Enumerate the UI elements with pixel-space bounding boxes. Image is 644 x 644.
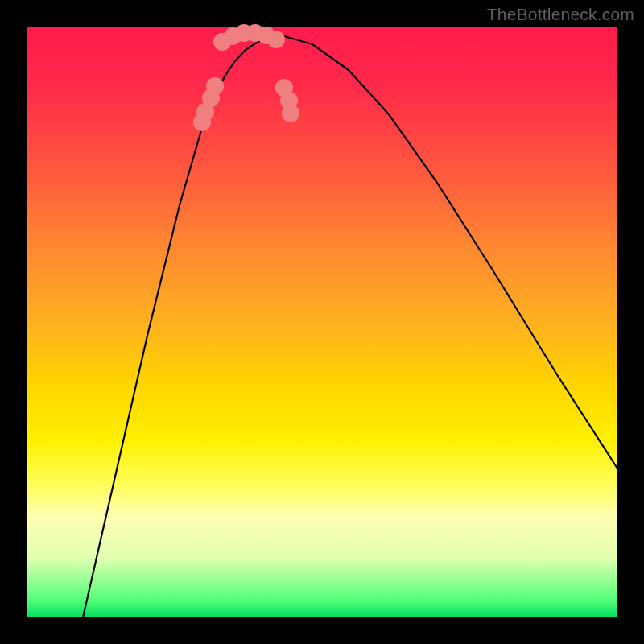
chart-frame: TheBottleneck.com <box>0 0 644 644</box>
highlight-marker <box>267 31 285 48</box>
bottleneck-curve <box>27 27 617 617</box>
highlight-marker <box>282 105 299 122</box>
highlight-marker <box>206 77 224 95</box>
plot-area <box>27 27 617 617</box>
watermark-text: TheBottleneck.com <box>487 5 634 24</box>
